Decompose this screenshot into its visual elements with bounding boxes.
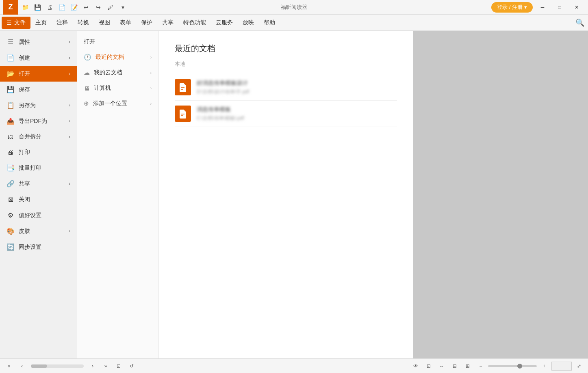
menu-convert[interactable]: 转换 (73, 17, 94, 29)
zoom-slider[interactable] (488, 365, 537, 367)
sidebar-label-saveas: 另存为 (19, 102, 36, 109)
window-controls: ─ □ ✕ (534, 2, 585, 13)
menu-present[interactable]: 放映 (238, 17, 259, 29)
close-button[interactable]: ✕ (568, 2, 585, 13)
menu-special[interactable]: 特色功能 (178, 17, 211, 29)
arrow-icon-create: › (69, 56, 70, 60)
sidebar-item-print[interactable]: 🖨 打印 (0, 144, 77, 160)
nav-thumb (31, 364, 47, 368)
sidebar-item-properties[interactable]: ☰ 属性 › (0, 34, 77, 50)
sidebar-label-properties: 属性 (19, 39, 30, 46)
undo-btn[interactable]: ↩ (80, 2, 92, 13)
rotate-btn[interactable]: ↺ (126, 360, 137, 372)
sidebar-item-merge[interactable]: 🗂 合并拆分 › (0, 129, 77, 144)
dropdown-btn[interactable]: ▾ (117, 2, 128, 13)
pdf-icon-2 (178, 109, 188, 119)
zoom-in-btn[interactable]: + (538, 360, 550, 372)
sidebar-item-sync[interactable]: 🔄 同步设置 (0, 239, 77, 255)
app-logo: Z (3, 0, 18, 15)
nav-prev-btn[interactable]: ‹ (16, 360, 28, 372)
split-view-btn[interactable]: ⊡ (113, 360, 124, 372)
nav-first-btn[interactable]: « (3, 360, 15, 372)
menu-home[interactable]: 主页 (30, 17, 52, 29)
nav-last-btn[interactable]: » (100, 360, 111, 372)
recent-file-item-1[interactable]: 好消息传单模板设计 D:\文档\设计\传单\字.pdf (175, 74, 397, 101)
status-bar: « ‹ › » ⊡ ↺ 👁 ⊡ ↔ ⊟ ⊞ − + ⤢ (0, 358, 588, 373)
file-name-2: 消息传单模板 (197, 106, 244, 113)
sidebar-label-skin: 皮肤 (19, 228, 30, 235)
sidebar-item-skin[interactable]: 🎨 皮肤 › (0, 223, 77, 239)
menu-share[interactable]: 共享 (157, 17, 178, 29)
sidebar-item-saveas[interactable]: 📋 另存为 › (0, 97, 77, 113)
fit-page-btn[interactable]: ⊡ (423, 360, 434, 372)
preferences-icon: ⚙ (7, 211, 15, 219)
minimize-button[interactable]: ─ (534, 2, 551, 13)
fullscreen-btn[interactable]: ⤢ (573, 360, 585, 372)
sidebar-item-create[interactable]: 📄 创建 › (0, 50, 77, 66)
sidebar-item-batchprint[interactable]: 📑 批量打印 (0, 160, 77, 176)
menu-annotation[interactable]: 注释 (52, 17, 73, 29)
section-label: 本地 (175, 60, 397, 68)
sidebar-label-merge: 合并拆分 (19, 133, 41, 140)
fit-two-page-btn[interactable]: ⊟ (449, 360, 460, 372)
submenu-item-computer[interactable]: 🖥 计算机 › (77, 80, 158, 96)
menu-protect[interactable]: 保护 (136, 17, 157, 29)
cloud-icon: ☁ (84, 69, 90, 76)
fit-width-btn[interactable]: ↔ (436, 360, 447, 372)
redo-btn[interactable]: ↪ (93, 2, 104, 13)
print-btn[interactable]: 🖨 (44, 2, 55, 13)
sidebar-label-batchprint: 批量打印 (19, 164, 41, 172)
menu-cloud[interactable]: 云服务 (211, 17, 238, 29)
stamp-btn[interactable]: 🖊 (105, 2, 116, 13)
close-icon: ⊠ (7, 196, 15, 203)
save-btn[interactable]: 💾 (32, 2, 43, 13)
status-right: 👁 ⊡ ↔ ⊟ ⊞ − + ⤢ (410, 360, 585, 372)
sidebar-label-create: 创建 (19, 54, 30, 62)
sidebar-label-share: 共享 (19, 180, 30, 188)
recent-file-item-2[interactable]: 消息传单模板 C:\文档\传单\模板i.pdf (175, 101, 397, 127)
nav-next-btn[interactable]: › (87, 360, 98, 372)
sidebar-item-open[interactable]: 📂 打开 › (0, 66, 77, 82)
exportpdf-icon: 📤 (7, 117, 15, 125)
sidebar-item-preferences[interactable]: ⚙ 偏好设置 (0, 207, 77, 223)
menu-view[interactable]: 视图 (94, 17, 115, 29)
submenu-panel: 打开 🕐 最近的文档 › ☁ 我的云文档 › 🖥 计算机 › ⊕ 添加一个位置 … (77, 31, 158, 358)
file-menu-button[interactable]: ☰ 文件 (2, 17, 30, 29)
sidebar-item-save[interactable]: 💾 保存 (0, 82, 77, 97)
toolbar-tools: 📁 💾 🖨 📄 📝 ↩ ↪ 🖊 ▾ (20, 2, 128, 13)
new-btn[interactable]: 📝 (68, 2, 80, 13)
submenu-header: 打开 (77, 34, 158, 50)
sidebar-item-share[interactable]: 🔗 共享 › (0, 176, 77, 192)
add-location-icon: ⊕ (84, 100, 89, 107)
content-area: 最近的文档 本地 好消息传单模板设计 D:\文档\设计\传单\字.pdf (158, 31, 413, 358)
eye-btn[interactable]: 👁 (410, 360, 421, 372)
chevron-down-icon: ▾ (524, 4, 527, 10)
zoom-out-btn[interactable]: − (475, 360, 486, 372)
arrow-icon-exportpdf: › (69, 119, 70, 123)
zoom-thumb (517, 364, 522, 369)
sidebar-item-exportpdf[interactable]: 📤 导出PDF为 › (0, 113, 77, 129)
menu-help[interactable]: 帮助 (259, 17, 280, 29)
arrow-icon-saveas: › (69, 103, 70, 108)
sidebar-item-close[interactable]: ⊠ 关闭 (0, 192, 77, 207)
maximize-button[interactable]: □ (551, 2, 568, 13)
app-title: 福昕阅读器 (281, 4, 307, 11)
submenu-arrow-recent: › (150, 55, 152, 60)
search-button[interactable]: 🔍 (573, 16, 586, 29)
menu-form[interactable]: 表单 (115, 17, 136, 29)
menu-icon: ☰ (7, 19, 12, 26)
fit-continuous-btn[interactable]: ⊞ (462, 360, 473, 372)
login-button[interactable]: 登录 / 注册 ▾ (491, 2, 533, 13)
submenu-item-cloud[interactable]: ☁ 我的云文档 › (77, 65, 158, 80)
file-name-1: 好消息传单模板设计 (197, 80, 249, 87)
submenu-item-addlocation[interactable]: ⊕ 添加一个位置 › (77, 96, 158, 111)
submenu-item-recent[interactable]: 🕐 最近的文档 › (77, 50, 158, 65)
arrow-icon: › (69, 40, 70, 44)
menu-bar: ☰ 文件 主页 注释 转换 视图 表单 保护 共享 特色功能 云服务 放映 帮助… (0, 15, 588, 31)
sidebar-label-close: 关闭 (19, 196, 30, 203)
copy-btn[interactable]: 📄 (56, 2, 67, 13)
open-folder-btn[interactable]: 📁 (20, 2, 31, 13)
zoom-value[interactable] (551, 362, 572, 371)
sidebar-label-preferences: 偏好设置 (19, 212, 41, 219)
saveas-icon: 📋 (7, 101, 15, 109)
